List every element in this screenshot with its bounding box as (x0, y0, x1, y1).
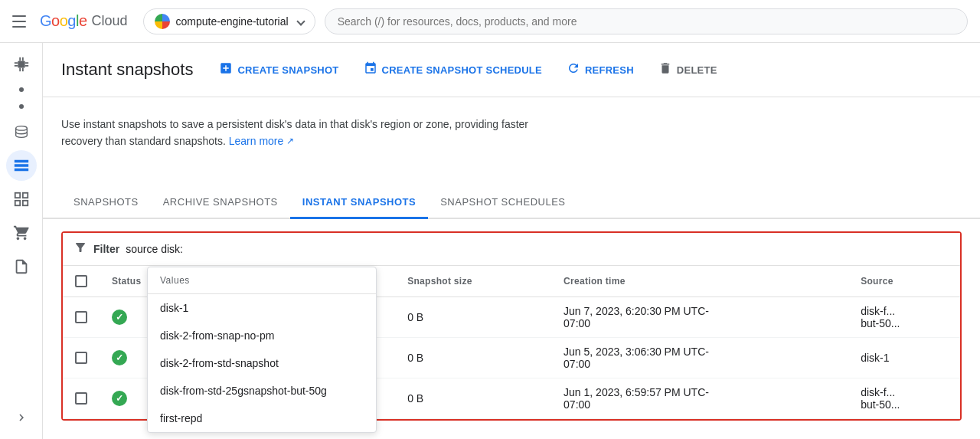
learn-more-link[interactable]: Learn more ↗ (229, 133, 295, 149)
dropdown-item-3[interactable]: disk-from-std-25gsnapshot-but-50g (148, 377, 376, 405)
dropdown-item-0[interactable]: disk-1 (148, 294, 376, 322)
project-selector[interactable]: compute-engine-tutorial (143, 8, 315, 34)
page-body: Use instant snapshots to save a persiste… (43, 97, 980, 187)
row-checkbox-2[interactable] (75, 392, 87, 405)
search-bar[interactable] (325, 8, 968, 34)
svg-rect-1 (19, 57, 21, 61)
page-title: Instant snapshots (61, 60, 193, 80)
chevron-down-icon (296, 17, 305, 25)
tab-snapshots[interactable]: SNAPSHOTS (61, 187, 151, 219)
create-snapshot-icon (219, 61, 233, 78)
svg-rect-4 (21, 68, 23, 72)
external-link-icon: ↗ (286, 134, 294, 149)
refresh-icon (567, 61, 580, 78)
create-snapshot-button[interactable]: CREATE SNAPSHOT (208, 55, 349, 84)
row-creation-2: Jun 1, 2023, 6:59:57 PM UTC- 07:00 (551, 378, 848, 418)
header-checkbox-cell (63, 266, 100, 297)
sidebar-icon-metrics[interactable] (6, 184, 37, 215)
svg-rect-0 (18, 61, 24, 67)
page-content: Instant snapshots CREATE SNAPSHOT CREATE… (43, 43, 980, 439)
tab-archive-snapshots[interactable]: ARCHIVE SNAPSHOTS (151, 187, 290, 219)
svg-rect-3 (19, 68, 21, 72)
sidebar-icon-database[interactable] (6, 116, 37, 147)
svg-rect-10 (15, 193, 19, 198)
project-color-dot (155, 14, 170, 29)
google-cloud-logo: Google Cloud (40, 12, 128, 30)
row-source-1: disk-1 (848, 337, 960, 378)
project-name: compute-engine-tutorial (176, 15, 289, 28)
delete-icon (658, 61, 672, 78)
row-source-2: disk-f... but-50... (848, 378, 960, 418)
search-input[interactable] (338, 15, 955, 28)
header-actions: CREATE SNAPSHOT CREATE SNAPSHOT SCHEDULE… (208, 55, 727, 84)
filter-box: Filter Values disk-1 disk-2-from-snap-no… (61, 231, 962, 421)
dropdown-item-4[interactable]: first-repd (148, 405, 376, 432)
top-navigation: Google Cloud compute-engine-tutorial (0, 0, 980, 43)
row-checkbox-cell-0 (63, 296, 100, 337)
row-size-1: 0 B (395, 337, 551, 378)
dropdown-header: Values (148, 267, 376, 294)
delete-button[interactable]: DELETE (648, 55, 728, 84)
tabs-navigation: SNAPSHOTS ARCHIVE SNAPSHOTS INSTANT SNAP… (43, 187, 980, 219)
svg-rect-8 (24, 65, 28, 67)
page-header: Instant snapshots CREATE SNAPSHOT CREATE… (43, 43, 980, 97)
create-schedule-icon (364, 61, 377, 78)
status-ok-icon-2 (112, 391, 127, 406)
create-snapshot-schedule-button[interactable]: CREATE SNAPSHOT SCHEDULE (353, 55, 553, 84)
dropdown-item-2[interactable]: disk-2-from-std-snapshot (148, 349, 376, 377)
row-checkbox-cell-2 (63, 378, 100, 418)
status-ok-icon-0 (112, 310, 127, 325)
sidebar-dot-1 (19, 87, 24, 92)
sidebar-expand-icon[interactable] (6, 402, 37, 433)
filter-input[interactable] (126, 243, 949, 255)
tab-instant-snapshots[interactable]: INSTANT SNAPSHOTS (290, 187, 428, 219)
svg-rect-13 (22, 201, 27, 205)
row-source-0: disk-f... but-50... (848, 296, 960, 337)
description-text: Use instant snapshots to save a persiste… (61, 116, 567, 150)
svg-rect-7 (24, 62, 28, 64)
filter-dropdown: Values disk-1 disk-2-from-snap-no-pm dis… (147, 267, 377, 433)
sidebar-icon-cart[interactable] (6, 218, 37, 248)
sidebar-icon-doc[interactable] (6, 251, 37, 282)
filter-label: Filter (93, 243, 119, 255)
row-checkbox-1[interactable] (75, 352, 87, 364)
tab-snapshot-schedules[interactable]: SNAPSHOT SCHEDULES (428, 187, 577, 219)
sidebar-icon-storage[interactable] (6, 150, 37, 181)
main-layout: Instant snapshots CREATE SNAPSHOT CREATE… (0, 43, 980, 439)
row-creation-1: Jun 5, 2023, 3:06:30 PM UTC- 07:00 (551, 337, 848, 378)
row-size-0: 0 B (395, 296, 551, 337)
svg-rect-5 (14, 62, 18, 64)
svg-rect-12 (15, 201, 19, 205)
svg-rect-11 (22, 193, 27, 198)
row-size-2: 0 B (395, 378, 551, 418)
table-area: Filter Values disk-1 disk-2-from-snap-no… (43, 231, 980, 439)
select-all-checkbox[interactable] (75, 275, 87, 287)
hamburger-menu[interactable] (12, 12, 31, 31)
sidebar-dot-2 (19, 104, 24, 109)
svg-rect-2 (21, 57, 23, 61)
refresh-button[interactable]: REFRESH (556, 55, 645, 84)
sidebar-icon-chip[interactable] (6, 49, 37, 80)
svg-rect-6 (14, 65, 18, 67)
sidebar (0, 43, 43, 439)
row-creation-0: Jun 7, 2023, 6:20:30 PM UTC- 07:00 (551, 296, 848, 337)
row-checkbox-0[interactable] (75, 311, 87, 323)
filter-bar: Filter Values disk-1 disk-2-from-snap-no… (63, 233, 960, 266)
header-size: Snapshot size (395, 266, 551, 297)
svg-point-9 (15, 126, 27, 131)
header-creation: Creation time (551, 266, 848, 297)
header-source: Source (848, 266, 960, 297)
status-ok-icon-1 (112, 350, 127, 365)
row-checkbox-cell-1 (63, 337, 100, 378)
filter-icon (74, 241, 87, 257)
dropdown-item-1[interactable]: disk-2-from-snap-no-pm (148, 322, 376, 349)
